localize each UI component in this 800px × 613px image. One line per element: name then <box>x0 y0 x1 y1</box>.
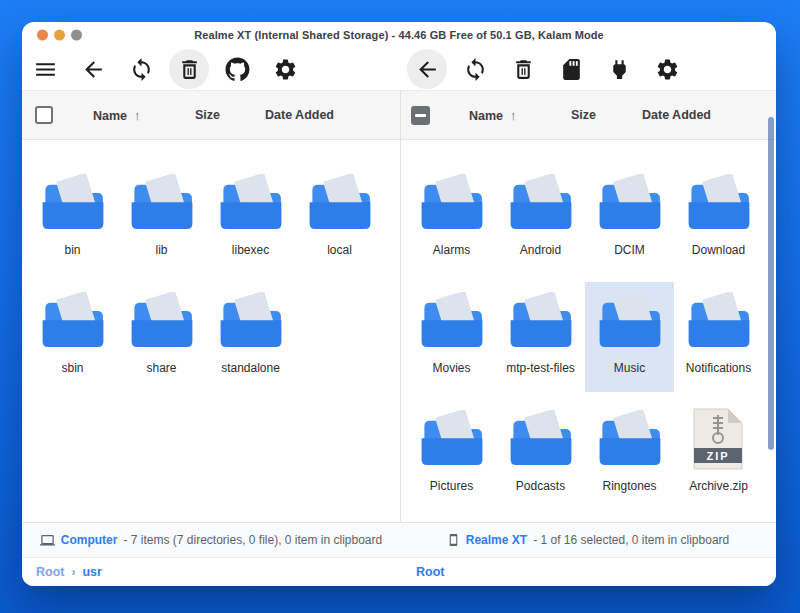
file-item[interactable]: Download <box>674 164 763 274</box>
file-item-label: libexec <box>232 243 269 257</box>
file-item[interactable]: Alarms <box>407 164 496 274</box>
maximize-window-button[interactable] <box>71 30 82 41</box>
file-item[interactable]: share <box>117 282 206 392</box>
folder-icon <box>684 290 754 354</box>
file-item-label: Ringtones <box>602 479 656 493</box>
computer-link[interactable]: Computer <box>61 533 118 547</box>
device-settings-button[interactable] <box>647 49 687 89</box>
file-item[interactable]: libexec <box>206 164 295 274</box>
file-item[interactable]: Movies <box>407 282 496 392</box>
local-breadcrumb: Root › usr <box>22 565 400 579</box>
title-bar: Realme XT (Internal Shared Storage) - 44… <box>22 22 776 48</box>
vertical-scrollbar[interactable] <box>768 117 774 450</box>
toolbar-row <box>22 48 776 90</box>
local-status: Computer - 7 items (7 directories, 0 fil… <box>22 523 400 557</box>
hamburger-menu-icon <box>33 57 58 82</box>
select-all-checkbox[interactable] <box>35 106 53 124</box>
zip-file-icon: ZIP <box>691 408 747 472</box>
folder-icon <box>127 172 197 236</box>
gear-icon <box>273 57 298 82</box>
local-list-header: Name↑ Size Date Added <box>22 90 400 140</box>
local-delete-button[interactable] <box>169 49 209 89</box>
folder-icon <box>506 172 576 236</box>
local-status-summary: - 7 items (7 directories, 0 file), 0 ite… <box>123 533 382 547</box>
folder-icon <box>595 290 665 354</box>
file-item-label: share <box>146 361 176 375</box>
file-item[interactable]: Notifications <box>674 282 763 392</box>
folder-icon <box>216 290 286 354</box>
column-header-name[interactable]: Name↑ <box>93 108 141 123</box>
local-refresh-button[interactable] <box>121 49 161 89</box>
device-status-summary: - 1 of 16 selected, 0 item in clipboard <box>533 533 729 547</box>
sort-ascending-icon: ↑ <box>134 108 141 123</box>
column-header-date[interactable]: Date Added <box>642 108 711 122</box>
zip-badge-text: ZIP <box>706 450 729 462</box>
file-item-label: standalone <box>221 361 280 375</box>
arrow-left-icon <box>415 57 440 82</box>
gear-icon <box>655 57 680 82</box>
folder-icon <box>38 172 108 236</box>
github-button[interactable] <box>217 49 257 89</box>
local-pane: Name↑ Size Date Added bin lib libexec <box>22 90 400 522</box>
refresh-icon <box>129 57 154 82</box>
device-toolbar <box>400 48 776 90</box>
file-item[interactable]: Ringtones <box>585 400 674 510</box>
github-icon <box>225 57 250 82</box>
column-header-size[interactable]: Size <box>195 108 220 122</box>
laptop-icon <box>40 533 55 548</box>
file-item[interactable]: lib <box>117 164 206 274</box>
file-item[interactable]: ZIP Archive.zip <box>674 400 763 510</box>
local-back-button[interactable] <box>73 49 113 89</box>
arrow-left-icon <box>81 57 106 82</box>
column-header-size[interactable]: Size <box>571 108 596 122</box>
file-item-label: Archive.zip <box>689 479 748 493</box>
file-item-label: bin <box>64 243 80 257</box>
folder-icon <box>595 172 665 236</box>
device-pane: Name↑ Size Date Added Alarms Android DCI… <box>400 90 776 522</box>
file-item[interactable]: Podcasts <box>496 400 585 510</box>
device-delete-button[interactable] <box>503 49 543 89</box>
file-item[interactable]: Pictures <box>407 400 496 510</box>
breadcrumb-root[interactable]: Root <box>36 565 64 579</box>
device-link[interactable]: Realme XT <box>466 533 527 547</box>
local-toolbar <box>22 48 400 90</box>
file-item[interactable]: standalone <box>206 282 295 392</box>
file-item-label: local <box>327 243 352 257</box>
column-header-name[interactable]: Name↑ <box>469 108 517 123</box>
file-item-selected[interactable]: Music <box>585 282 674 392</box>
device-back-button[interactable] <box>407 49 447 89</box>
sd-card-icon <box>559 57 584 82</box>
smartphone-icon <box>447 533 460 547</box>
file-item[interactable]: local <box>295 164 384 274</box>
folder-icon <box>506 290 576 354</box>
breadcrumb-current[interactable]: usr <box>82 565 101 579</box>
file-item[interactable]: bin <box>28 164 117 274</box>
column-header-date[interactable]: Date Added <box>265 108 334 122</box>
folder-icon <box>595 408 665 472</box>
file-item[interactable]: mtp-test-files <box>496 282 585 392</box>
file-item[interactable]: DCIM <box>585 164 674 274</box>
device-list-header: Name↑ Size Date Added <box>401 90 776 140</box>
breadcrumb-root[interactable]: Root <box>416 565 444 579</box>
power-plug-icon <box>607 57 632 82</box>
minimize-window-button[interactable] <box>54 30 65 41</box>
chevron-right-icon: › <box>71 565 75 579</box>
file-item-label: sbin <box>61 361 83 375</box>
local-settings-button[interactable] <box>265 49 305 89</box>
trash-icon <box>177 57 202 82</box>
disconnect-device-button[interactable] <box>599 49 639 89</box>
device-status: Realme XT - 1 of 16 selected, 0 item in … <box>400 523 776 557</box>
file-item-label: Notifications <box>686 361 751 375</box>
close-window-button[interactable] <box>37 30 48 41</box>
folder-icon <box>38 290 108 354</box>
file-item[interactable]: sbin <box>28 282 117 392</box>
device-refresh-button[interactable] <box>455 49 495 89</box>
file-item-label: Movies <box>432 361 470 375</box>
file-item-label: Download <box>692 243 745 257</box>
file-item-label: Music <box>614 361 645 375</box>
file-item[interactable]: Android <box>496 164 585 274</box>
menu-button[interactable] <box>25 49 65 89</box>
storage-select-button[interactable] <box>551 49 591 89</box>
folder-icon <box>216 172 286 236</box>
select-all-checkbox-indeterminate[interactable] <box>411 106 430 125</box>
